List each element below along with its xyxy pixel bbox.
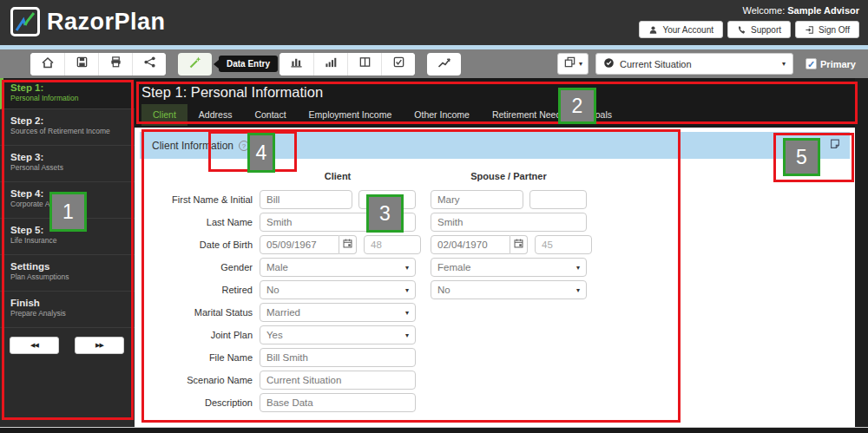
- save-button[interactable]: [64, 53, 98, 75]
- client-cell: [260, 393, 416, 412]
- scenario-select-value: Current Situation: [620, 59, 692, 69]
- bar-chart-button[interactable]: [279, 53, 313, 75]
- client-date-of-birth-input[interactable]: [260, 235, 339, 254]
- sidebar-item-title: Settings: [10, 261, 126, 272]
- spouse-date-of-birth-input[interactable]: [431, 235, 510, 254]
- sidebar-item-title: Step 5:: [10, 225, 126, 235]
- nav-forward-button[interactable]: ▶▶: [75, 337, 124, 354]
- sidebar-item-sources-of-retirement-income[interactable]: Step 2:Sources of Retirement Income: [0, 109, 135, 146]
- sidebar-item-personal-information[interactable]: Step 1:Personal Information: [0, 78, 135, 109]
- field-label: First Name & Initial: [140, 194, 253, 205]
- page-bottom-bar: [0, 427, 868, 433]
- tab-goals[interactable]: Goals: [577, 104, 623, 126]
- spouse-cell: [431, 190, 587, 209]
- share-icon: [143, 56, 156, 72]
- caret-down-icon: ▾: [782, 60, 786, 68]
- description-input[interactable]: [260, 393, 416, 412]
- caret-down-icon: ▾: [576, 264, 580, 272]
- print-button[interactable]: [98, 53, 132, 75]
- tab-contact[interactable]: Contact: [243, 104, 297, 126]
- bar-chart-icon: [290, 56, 303, 72]
- primary-checkbox-wrap[interactable]: ✓ Primary: [806, 58, 856, 69]
- client-retired-select[interactable]: No▾: [260, 280, 416, 299]
- client-initial-input[interactable]: [358, 190, 416, 209]
- client-last-name-input[interactable]: [260, 213, 416, 232]
- data-entry-button[interactable]: [178, 53, 212, 75]
- tab-bar: ClientAddressContactEmployment IncomeOth…: [141, 104, 855, 126]
- spouse-retired-select[interactable]: No▾: [431, 280, 587, 299]
- tab-client[interactable]: Client: [141, 104, 187, 126]
- spouse-first-name-initial-input[interactable]: [431, 190, 523, 209]
- sidebar-items: Step 1:Personal InformationStep 2:Source…: [0, 78, 135, 328]
- sign-off-button[interactable]: Sign Off: [795, 21, 859, 38]
- tab-employment-income[interactable]: Employment Income: [298, 104, 404, 126]
- calendar-button[interactable]: [339, 235, 357, 254]
- spouse-initial-input[interactable]: [529, 190, 587, 209]
- sidebar-item-corporate-assets[interactable]: Step 4:Corporate Assets: [0, 182, 135, 219]
- nav-back-button[interactable]: ◀◀: [10, 337, 59, 354]
- checklist-button[interactable]: [381, 53, 415, 75]
- spouse-gender-select[interactable]: Female▾: [431, 258, 587, 277]
- spouse-cell: No▾: [431, 280, 587, 299]
- field-label: Retired: [140, 285, 253, 295]
- form-row-joint-plan: Joint PlanYes▾: [140, 324, 850, 346]
- file-name-input[interactable]: [260, 348, 416, 367]
- scenario-select[interactable]: Current Situation ▾: [595, 53, 793, 75]
- panel-header: Client Information ?: [140, 132, 850, 159]
- sidebar-item-personal-assets[interactable]: Step 3:Personal Assets: [0, 146, 135, 182]
- home-button[interactable]: [30, 53, 64, 75]
- tooltip-label: Data Entry: [219, 56, 278, 72]
- client-first-name-initial-input[interactable]: [260, 190, 352, 209]
- spouse-date-group: [431, 235, 528, 254]
- sidebar-item-subtitle: Corporate Assets: [10, 200, 126, 208]
- spouse-age-field[interactable]: [535, 235, 592, 254]
- client-age-field[interactable]: [364, 235, 421, 254]
- form-row-scenario-name: Scenario Name: [140, 369, 850, 391]
- client-date-group: [260, 235, 357, 254]
- check-circle-icon: [603, 56, 615, 72]
- columns-button[interactable]: [347, 53, 381, 75]
- form-row-retired: RetiredNo▾No▾: [140, 279, 850, 301]
- sidebar: Step 1:Personal InformationStep 2:Source…: [0, 78, 135, 427]
- scenario-name-input[interactable]: [260, 371, 416, 390]
- advisor-name: Sample Advisor: [787, 5, 859, 16]
- client-joint-plan-select[interactable]: Yes▾: [260, 325, 416, 344]
- tab-address[interactable]: Address: [187, 104, 244, 126]
- support-button[interactable]: Support: [727, 21, 791, 38]
- spouse-last-name-input[interactable]: [431, 213, 587, 232]
- column-headers: Client Spouse / Partner: [140, 171, 850, 181]
- field-label: Gender: [140, 262, 253, 272]
- calendar-icon: [342, 238, 353, 252]
- note-icon[interactable]: [829, 138, 841, 154]
- client-marital-status-select-value: Married: [266, 307, 300, 318]
- sidebar-item-subtitle: Life Insurance: [10, 236, 126, 245]
- tab-other-income[interactable]: Other Income: [403, 104, 481, 126]
- sidebar-item-plan-assumptions[interactable]: SettingsPlan Assumptions: [0, 255, 135, 292]
- help-icon[interactable]: ?: [239, 141, 249, 151]
- content: Step 1: Personal Information ClientAddre…: [135, 78, 855, 427]
- form-row-last-name: Last Name: [140, 211, 850, 233]
- client-marital-status-select[interactable]: Married▾: [260, 303, 416, 322]
- tab-retirement-needs[interactable]: Retirement Needs: [481, 104, 577, 126]
- calendar-button[interactable]: [510, 235, 528, 254]
- client-retired-select-value: No: [266, 285, 279, 295]
- client-gender-select[interactable]: Male▾: [260, 258, 416, 277]
- sidebar-item-subtitle: Sources of Retirement Income: [10, 127, 126, 135]
- caret-down-icon: ▾: [405, 309, 409, 317]
- analysis-chart-button[interactable]: [427, 53, 461, 75]
- primary-checkbox[interactable]: ✓: [806, 58, 817, 69]
- client-information-form: First Name & InitialLast NameDate of Bir…: [140, 188, 850, 414]
- app-logo[interactable]: RazorPlan: [10, 7, 166, 36]
- step-title: Step 1: Personal Information: [141, 84, 855, 101]
- caret-down-icon: ▾: [405, 286, 409, 294]
- caret-down-icon: ▾: [405, 331, 409, 339]
- signal-chart-button[interactable]: [313, 53, 347, 75]
- sidebar-item-life-insurance[interactable]: Step 5:Life Insurance: [0, 219, 135, 255]
- share-button[interactable]: [132, 53, 166, 75]
- magic-wand-icon: [188, 56, 202, 73]
- sidebar-item-prepare-analysis[interactable]: FinishPrepare Analysis: [0, 292, 135, 328]
- your-account-button[interactable]: Your Account: [639, 21, 723, 38]
- signal-bars-icon: [325, 56, 338, 72]
- sidebar-item-title: Step 3:: [10, 152, 126, 162]
- scenario-clone-button[interactable]: ▾: [557, 53, 589, 75]
